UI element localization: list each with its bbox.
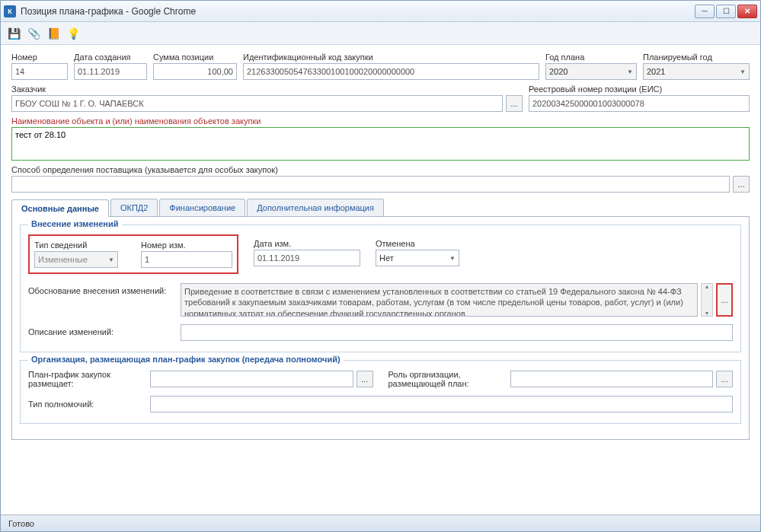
registry-label: Реестровый номер позиции (ЕИС) xyxy=(529,84,750,94)
app-window: К Позиция плана-графика - Google Chrome … xyxy=(0,0,761,532)
red-highlight-box: Тип сведений Измененные ▼ Номер изм. xyxy=(28,234,238,274)
statusbar: Готово xyxy=(1,514,760,531)
tab-okpd2[interactable]: ОКПД2 xyxy=(110,199,158,216)
description-label: Описание изменений: xyxy=(28,324,173,341)
planned-year-label: Планируемый год xyxy=(643,53,750,62)
cancelled-select[interactable]: Нет ▼ xyxy=(376,250,459,266)
id-code-field: Идентификационный код закупки xyxy=(243,53,539,80)
plan-field: План-график закупок размещает: … xyxy=(28,370,373,388)
chevron-down-icon: ▼ xyxy=(627,68,633,75)
sum-input xyxy=(153,63,237,80)
header-row-1: Номер Дата создания Сумма позиции Иденти… xyxy=(11,53,750,80)
plan-label: План-график закупок размещает: xyxy=(28,370,142,388)
tab-financing[interactable]: Финансирование xyxy=(159,199,245,216)
plan-year-value: 2020 xyxy=(549,67,568,76)
description-input[interactable] xyxy=(181,324,733,341)
method-input xyxy=(11,176,730,193)
close-button[interactable]: ✕ xyxy=(737,5,757,18)
sum-label: Сумма позиции xyxy=(153,53,237,62)
justification-label: Обоснование внесения изменений: xyxy=(28,283,173,317)
registry-field: Реестровый номер позиции (ЕИС) xyxy=(529,84,750,112)
scrollbar[interactable]: ▲▼ xyxy=(701,283,713,317)
window-controls: ─ ☐ ✕ xyxy=(695,5,757,18)
name-textarea[interactable] xyxy=(11,127,750,161)
scroll-down-icon: ▼ xyxy=(705,311,710,316)
justification-textarea xyxy=(181,283,698,317)
change-date-input xyxy=(254,250,360,266)
number-field: Номер xyxy=(11,53,68,80)
role-label: Роль организации, размещающей план: xyxy=(388,370,503,388)
plan-year-field: Год плана 2020 ▼ xyxy=(545,53,637,80)
titlebar: К Позиция плана-графика - Google Chrome … xyxy=(1,1,760,22)
id-code-label: Идентификационный код закупки xyxy=(243,53,539,62)
id-code-input xyxy=(243,63,539,80)
plan-input xyxy=(150,371,353,387)
change-num-input xyxy=(141,251,232,268)
date-created-field: Дата создания xyxy=(74,53,147,80)
tab-body-main: Внесение изменений Тип сведений Измененн… xyxy=(11,217,750,440)
attach-icon[interactable]: 📎 xyxy=(27,27,40,40)
cancelled-label: Отменена xyxy=(376,239,459,248)
changes-title: Внесение изменений xyxy=(28,219,122,228)
help-icon[interactable]: 💡 xyxy=(66,27,80,40)
changes-fieldset: Внесение изменений Тип сведений Измененн… xyxy=(20,225,741,352)
plan-year-label: Год плана xyxy=(545,53,637,62)
name-field: Наименование объекта и (или) наименовани… xyxy=(11,116,750,161)
tabs: Основные данные ОКПД2 Финансирование Доп… xyxy=(11,199,750,217)
cancelled-value: Нет xyxy=(379,253,394,263)
date-created-label: Дата создания xyxy=(74,53,147,62)
justification-lookup-button[interactable]: … xyxy=(716,283,733,317)
plan-lookup-button[interactable]: … xyxy=(357,371,373,387)
date-created-input xyxy=(74,63,147,80)
type-label: Тип сведений xyxy=(34,241,118,250)
change-date-field: Дата изм. xyxy=(254,234,360,266)
role-field: Роль организации, размещающей план: … xyxy=(388,370,734,388)
customer-field: Заказчик … xyxy=(11,84,523,112)
type-field: Тип сведений Измененные ▼ xyxy=(34,241,118,268)
plan-year-select[interactable]: 2020 ▼ xyxy=(545,63,637,80)
title-left: К Позиция плана-графика - Google Chrome xyxy=(4,5,196,18)
planned-year-field: Планируемый год 2021 ▼ xyxy=(643,53,750,80)
customer-lookup-button[interactable]: … xyxy=(506,95,523,112)
type-select[interactable]: Измененные ▼ xyxy=(34,251,118,268)
app-icon: К xyxy=(4,5,16,18)
method-field: Способ определения поставщика (указывает… xyxy=(11,165,750,193)
org-fieldset: Организация, размещающая план-график зак… xyxy=(20,360,741,424)
minimize-button[interactable]: ─ xyxy=(695,5,715,18)
scroll-up-icon: ▲ xyxy=(705,284,710,289)
name-label: Наименование объекта и (или) наименовани… xyxy=(11,116,750,126)
toolbar: 💾 📎 📙 💡 xyxy=(1,22,760,45)
chevron-down-icon: ▼ xyxy=(740,68,746,75)
method-lookup-button[interactable]: … xyxy=(733,176,750,193)
org-title: Организация, размещающая план-график зак… xyxy=(28,355,344,364)
justification-row: Обоснование внесения изменений: ▲▼ … xyxy=(28,283,733,317)
number-label: Номер xyxy=(11,53,68,62)
change-num-label: Номер изм. xyxy=(141,241,232,250)
window-title: Позиция плана-графика - Google Chrome xyxy=(21,6,196,17)
role-lookup-button[interactable]: … xyxy=(716,371,733,387)
customer-input xyxy=(11,95,503,112)
chevron-down-icon: ▼ xyxy=(449,255,456,262)
tab-additional[interactable]: Дополнительная информация xyxy=(247,199,384,216)
method-label: Способ определения поставщика (указывает… xyxy=(11,165,750,174)
sum-field: Сумма позиции xyxy=(153,53,237,80)
cancelled-field: Отменена Нет ▼ xyxy=(376,234,459,266)
tab-main[interactable]: Основные данные xyxy=(11,199,109,217)
maximize-button[interactable]: ☐ xyxy=(716,5,736,18)
auth-type-field: Тип полномочий: xyxy=(28,396,733,413)
header-row-2: Заказчик … Реестровый номер позиции (ЕИС… xyxy=(11,84,750,112)
save-icon[interactable]: 💾 xyxy=(7,27,21,40)
planned-year-value: 2021 xyxy=(647,67,665,76)
type-value: Измененные xyxy=(38,255,88,264)
content-area: Номер Дата создания Сумма позиции Иденти… xyxy=(1,45,760,514)
role-input xyxy=(510,371,714,387)
book-icon[interactable]: 📙 xyxy=(46,27,60,40)
registry-input xyxy=(529,95,750,112)
chevron-down-icon: ▼ xyxy=(108,256,114,263)
description-row: Описание изменений: xyxy=(28,324,733,341)
auth-type-label: Тип полномочий: xyxy=(28,400,142,409)
number-input xyxy=(11,63,68,80)
planned-year-select[interactable]: 2021 ▼ xyxy=(643,63,750,80)
change-num-field: Номер изм. xyxy=(141,241,232,268)
status-text: Готово xyxy=(8,519,34,528)
